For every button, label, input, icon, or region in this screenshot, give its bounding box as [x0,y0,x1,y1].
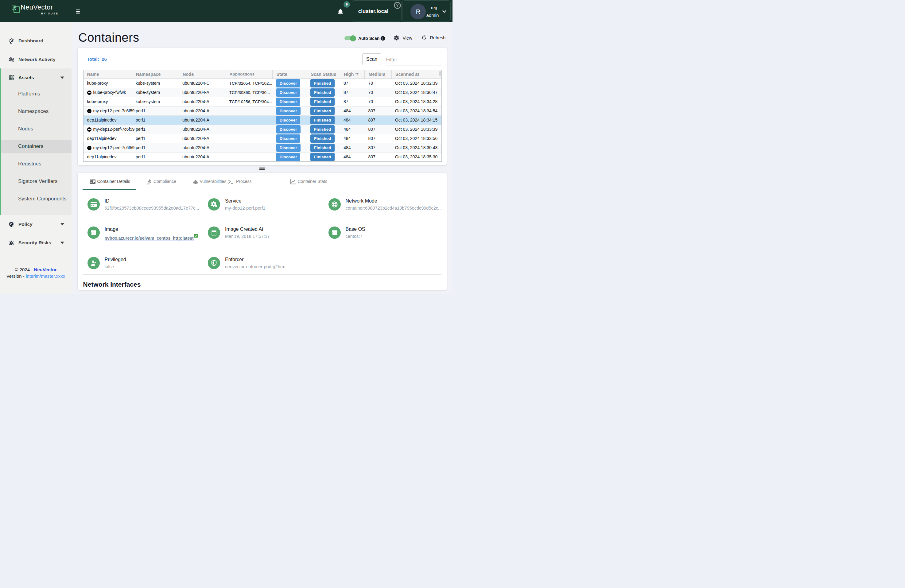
svg-text:?: ? [396,3,399,8]
